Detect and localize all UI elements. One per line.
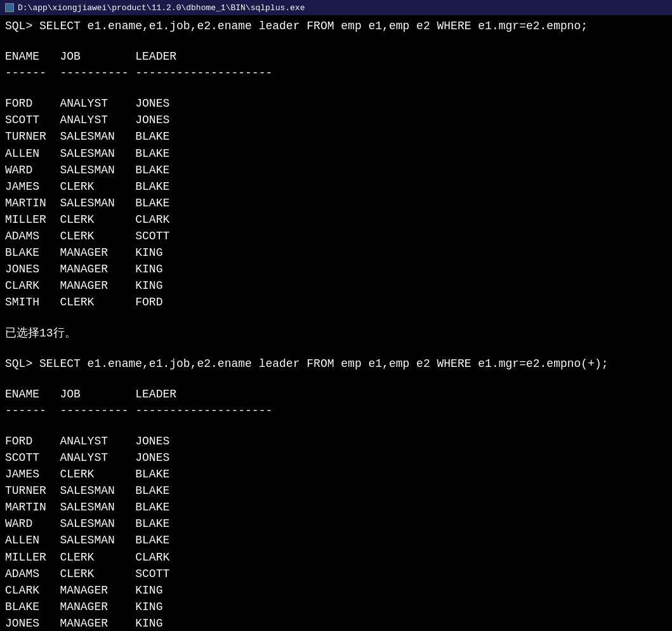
- query1-prompt: SQL> SELECT e1.ename,e1.job,e2.ename lea…: [5, 18, 667, 34]
- table-row: SCOTT ANALYST JONES: [5, 112, 667, 128]
- query1-header: ENAME JOB LEADER: [5, 48, 667, 65]
- table-row: ALLEN SALESMAN BLAKE: [5, 532, 667, 548]
- query2-divider: ------ ---------- --------------------: [5, 402, 667, 419]
- table-row: CLARK MANAGER KING: [5, 277, 667, 294]
- query1-results: FORD ANALYST JONES SCOTT ANALYST JONES T…: [5, 95, 667, 310]
- table-row: ADAMS CLERK SCOTT: [5, 566, 667, 582]
- table-row: FORD ANALYST JONES: [5, 95, 667, 112]
- query2-header: ENAME JOB LEADER: [5, 386, 667, 402]
- table-row: WARD SALESMAN BLAKE: [5, 515, 667, 532]
- table-row: TURNER SALESMAN BLAKE: [5, 482, 667, 499]
- table-row: WARD SALESMAN BLAKE: [5, 162, 667, 178]
- table-row: MARTIN SALESMAN BLAKE: [5, 195, 667, 211]
- table-row: JONES MANAGER KING: [5, 615, 667, 631]
- table-row: JAMES CLERK BLAKE: [5, 178, 667, 195]
- table-row: MILLER CLERK CLARK: [5, 211, 667, 228]
- table-row: JAMES CLERK BLAKE: [5, 466, 667, 482]
- table-row: CLARK MANAGER KING: [5, 582, 667, 599]
- terminal-icon: [5, 3, 14, 12]
- table-row: MILLER CLERK CLARK: [5, 549, 667, 566]
- terminal: SQL> SELECT e1.ename,e1.job,e2.ename lea…: [0, 15, 672, 631]
- title-bar: D:\app\xiongjiawei\product\11.2.0\dbhome…: [0, 0, 672, 15]
- table-row: JONES MANAGER KING: [5, 261, 667, 277]
- query1-summary: 已选择13行。: [5, 325, 667, 342]
- table-row: ADAMS CLERK SCOTT: [5, 228, 667, 244]
- table-row: BLAKE MANAGER KING: [5, 244, 667, 261]
- table-row: MARTIN SALESMAN BLAKE: [5, 499, 667, 515]
- title-path: D:\app\xiongjiawei\product\11.2.0\dbhome…: [18, 3, 305, 13]
- table-row: SCOTT ANALYST JONES: [5, 449, 667, 466]
- table-row: BLAKE MANAGER KING: [5, 599, 667, 615]
- query2-results: FORD ANALYST JONES SCOTT ANALYST JONES J…: [5, 433, 667, 631]
- table-row: FORD ANALYST JONES: [5, 433, 667, 449]
- table-row: SMITH CLERK FORD: [5, 294, 667, 310]
- table-row: ALLEN SALESMAN BLAKE: [5, 145, 667, 162]
- table-row: TURNER SALESMAN BLAKE: [5, 128, 667, 145]
- query1-divider: ------ ---------- --------------------: [5, 65, 667, 81]
- query2-prompt: SQL> SELECT e1.ename,e1.job,e2.ename lea…: [5, 355, 667, 372]
